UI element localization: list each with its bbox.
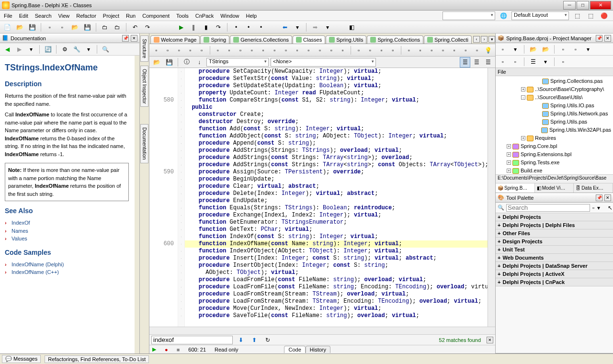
- tab-spring-utils[interactable]: Spring.Utils: [326, 35, 366, 44]
- back-drop-icon[interactable]: ▾: [292, 22, 303, 33]
- view-mode-1-icon[interactable]: ☰: [460, 57, 470, 68]
- new-icon[interactable]: 📄: [2, 22, 12, 33]
- palette-category[interactable]: +Other Files: [496, 229, 613, 238]
- e-btn-6[interactable]: ▫: [213, 45, 223, 56]
- e-btn-26[interactable]: ▫: [449, 45, 459, 56]
- find-prev-icon[interactable]: ⬆: [249, 335, 260, 345]
- e-btn-2[interactable]: ▫: [163, 45, 173, 56]
- e-btn-29[interactable]: 💡: [484, 45, 494, 56]
- save-all-icon[interactable]: 💾: [82, 22, 92, 33]
- minimize-button[interactable]: ─: [563, 1, 576, 10]
- e-btn-3[interactable]: ▫: [174, 45, 184, 56]
- doc-tool1-icon[interactable]: ⚙: [59, 44, 70, 55]
- find-next-icon[interactable]: ⬇: [236, 335, 246, 345]
- e-btn-4[interactable]: ▫: [185, 45, 195, 56]
- pm-btn-6[interactable]: ▫: [570, 44, 581, 55]
- menu-file[interactable]: File: [4, 13, 12, 19]
- view-mode-3-icon[interactable]: ☰: [483, 57, 493, 68]
- e2-btn-1[interactable]: 📂: [151, 57, 162, 68]
- palette-category[interactable]: +Delphi Projects | Delphi Files: [496, 221, 613, 229]
- step-into-icon[interactable]: •: [256, 22, 266, 33]
- run-icon[interactable]: ▶: [176, 22, 186, 33]
- menu-tools[interactable]: Tools: [176, 13, 189, 19]
- pm-btn-4[interactable]: 📂: [540, 44, 551, 55]
- tree-row[interactable]: Spring.Utils.Network.pas: [498, 110, 611, 118]
- forward-drop-icon[interactable]: ▾: [322, 22, 333, 33]
- palette-pin-icon[interactable]: 📌: [596, 194, 602, 201]
- maximize-button[interactable]: □: [577, 1, 589, 10]
- open-icon[interactable]: 📂: [14, 22, 25, 33]
- tree-row[interactable]: Spring.Collections.pas: [498, 77, 611, 85]
- find-input[interactable]: [151, 336, 233, 344]
- doc-tool2-icon[interactable]: 🔧: [71, 44, 82, 55]
- tree-row[interactable]: +Requires: [498, 134, 611, 142]
- tab-next-icon[interactable]: ›: [481, 36, 488, 43]
- folder2-icon[interactable]: 🗀: [112, 22, 123, 33]
- menu-refactor[interactable]: Refactor: [76, 13, 96, 19]
- new-unit-icon[interactable]: ▫: [57, 22, 68, 33]
- e-btn-18[interactable]: ▫: [354, 45, 364, 56]
- palette-category[interactable]: +Delphi Projects | DataSnap Server: [496, 262, 613, 270]
- back-icon[interactable]: ⬅: [280, 22, 290, 33]
- palette-category[interactable]: +Web Documents: [496, 254, 613, 262]
- palette-category[interactable]: +Delphi Projects | CnPack: [496, 278, 613, 286]
- editor-hscrollbar[interactable]: [149, 327, 495, 334]
- project-tree[interactable]: Spring.Collections.pas+..\Source\Base\Cr…: [496, 76, 613, 174]
- link-names[interactable]: Names: [5, 227, 129, 235]
- close-panel-icon[interactable]: ✕: [131, 35, 137, 42]
- redo-icon[interactable]: ↷: [142, 22, 153, 33]
- palette-drop-icon[interactable]: ▾: [597, 203, 601, 213]
- tab-classes[interactable]: Classes: [293, 35, 325, 44]
- doc-tool3-icon[interactable]: ▾: [83, 44, 94, 55]
- close-button[interactable]: ✕: [590, 1, 611, 10]
- stop-indicator-icon[interactable]: ■: [177, 347, 180, 353]
- e-btn-15[interactable]: ▫: [315, 45, 325, 56]
- step-over-icon[interactable]: ↷: [213, 22, 224, 33]
- tab-spring[interactable]: Spring: [200, 35, 229, 44]
- menu-help[interactable]: Help: [246, 13, 257, 19]
- find-close-icon[interactable]: ✕: [487, 337, 493, 343]
- delete-layout-icon[interactable]: ⬚: [585, 11, 596, 21]
- pm-btn-3[interactable]: 📂: [528, 44, 538, 55]
- record-indicator-icon[interactable]: ●: [165, 347, 168, 353]
- tree-row[interactable]: Spring.Utils.pas: [498, 118, 611, 126]
- editor-vscrollbar[interactable]: [488, 68, 495, 327]
- folder-icon[interactable]: 🗀: [100, 22, 110, 33]
- pm-tab-model[interactable]: ◧Model Vi…: [535, 183, 574, 193]
- e-btn-19[interactable]: ▫: [365, 45, 375, 56]
- pause-icon[interactable]: ‖: [188, 22, 199, 33]
- palette-search-input[interactable]: [506, 204, 590, 212]
- pm2-btn-2[interactable]: ▫: [510, 57, 521, 67]
- menu-view[interactable]: View: [58, 13, 70, 19]
- menu-search[interactable]: Search: [35, 13, 52, 19]
- e-btn-9[interactable]: ▫: [247, 45, 257, 56]
- save-icon[interactable]: 💾: [27, 22, 37, 33]
- e-btn-14[interactable]: ▫: [304, 45, 314, 56]
- tree-row[interactable]: +Spring.Core.bpl: [498, 142, 611, 150]
- e-btn-1[interactable]: ▫: [151, 45, 161, 56]
- e-btn-22[interactable]: ▫: [404, 45, 414, 56]
- tab-welcome[interactable]: Welcome Page: [150, 35, 200, 44]
- palette-category[interactable]: +Delphi Projects | ActiveX: [496, 270, 613, 278]
- e2-btn-4[interactable]: ↓: [194, 57, 204, 68]
- class-combo[interactable]: TStrings: [206, 58, 269, 67]
- link-sample-delphi[interactable]: IndexOfName (Delphi): [5, 261, 129, 269]
- globe-icon[interactable]: 🌐: [498, 11, 509, 21]
- new-form-icon[interactable]: ▫: [45, 22, 55, 33]
- e-btn-7[interactable]: ▫: [224, 45, 234, 56]
- pin-icon[interactable]: 📌: [122, 35, 129, 42]
- tab-generics[interactable]: Generics.Collections: [230, 35, 292, 44]
- run-indicator-icon[interactable]: ▶: [152, 346, 156, 353]
- e-btn-16[interactable]: ▫: [326, 45, 336, 56]
- e2-btn-2[interactable]: 💾: [164, 57, 174, 68]
- pm2-btn-4[interactable]: ▾: [540, 57, 551, 67]
- palette-cursor-icon[interactable]: ↖: [607, 203, 613, 213]
- step-icon[interactable]: •: [243, 22, 254, 33]
- menu-cnpack[interactable]: CnPack: [195, 13, 214, 19]
- link-indexof[interactable]: IndexOf: [5, 219, 129, 227]
- stop-icon[interactable]: ▮: [201, 22, 211, 33]
- undo-icon[interactable]: ↶: [130, 22, 140, 33]
- project-combo[interactable]: [443, 11, 495, 20]
- pm2-btn-5[interactable]: ▫: [558, 57, 568, 67]
- palette-category[interactable]: +Delphi Projects: [496, 213, 613, 221]
